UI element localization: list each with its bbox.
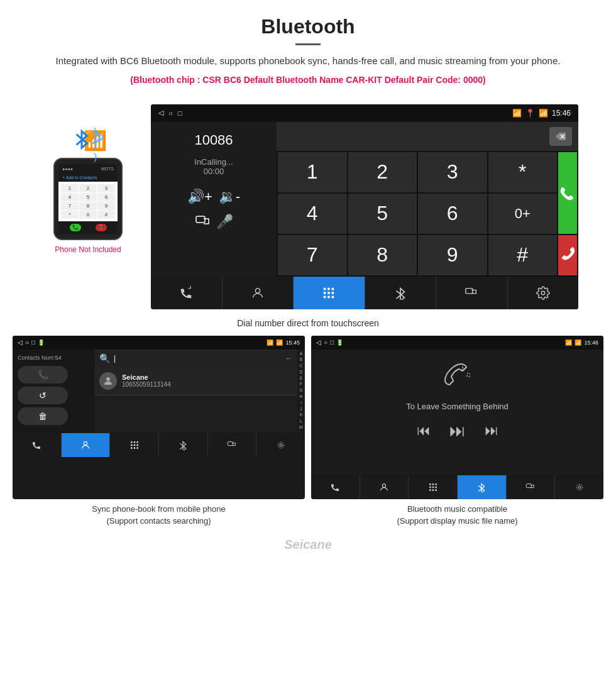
next-track-btn-center[interactable]: ⏭ <box>449 421 466 441</box>
bt-waves-svg <box>89 126 106 148</box>
svg-rect-22 <box>136 441 138 443</box>
svg-point-30 <box>280 444 282 446</box>
skip-btn[interactable]: ⏭ <box>485 422 498 439</box>
wave-arc-3: ) <box>94 152 97 162</box>
svg-point-19 <box>84 441 87 444</box>
call-end-button[interactable] <box>558 235 577 275</box>
volume-down-btn[interactable]: 🔉- <box>219 189 240 205</box>
contact-delete-btn[interactable]: 🗑 <box>18 407 68 425</box>
nav-settings[interactable] <box>508 277 579 309</box>
phone-mock-key-hash[interactable]: # <box>97 211 115 219</box>
alpha-h[interactable]: H <box>299 394 302 400</box>
key-2[interactable]: 2 <box>348 152 417 192</box>
key-4[interactable]: 4 <box>278 194 347 234</box>
back-icon: ◁ <box>158 109 163 117</box>
key-7[interactable]: 7 <box>278 235 347 275</box>
phone-mock-key-8[interactable]: 8 <box>79 202 97 210</box>
phone-mock-key-4[interactable]: 4 <box>61 193 79 201</box>
prev-track-btn[interactable]: ⏮ <box>417 422 431 439</box>
music-nav-transfer[interactable] <box>507 475 556 499</box>
music-nav-bt[interactable] <box>458 475 507 499</box>
phone-mock-key-5[interactable]: 5 <box>79 193 97 201</box>
key-0plus[interactable]: 0+ <box>488 194 558 234</box>
alpha-f[interactable]: F <box>300 381 302 387</box>
nav-dialpad[interactable] <box>294 277 365 309</box>
key-5[interactable]: 5 <box>348 194 417 234</box>
nav-phone-transfer[interactable] <box>436 277 508 309</box>
music-nav-calls[interactable] <box>311 475 360 499</box>
page-header: Bluetooth Integrated with BC6 Bluetooth … <box>0 0 616 98</box>
alpha-d[interactable]: D <box>299 369 302 375</box>
contacts-status-right: 📶 📶 15:45 <box>267 339 300 346</box>
contacts-nav-bt[interactable] <box>159 433 208 457</box>
contact-number: 10655059113144 <box>122 381 171 388</box>
alpha-m[interactable]: M <box>299 424 303 431</box>
alpha-b[interactable]: B <box>300 356 303 363</box>
key-1[interactable]: 1 <box>278 152 347 192</box>
key-8[interactable]: 8 <box>348 235 417 275</box>
numpad-area: 1 2 3 * 4 5 6 0+ 7 8 9 # <box>277 122 578 277</box>
contacts-search-backspace[interactable]: ← <box>285 355 292 362</box>
phone-not-included-label: Phone Not Included <box>55 245 121 254</box>
phone-mock-key-3[interactable]: 3 <box>97 184 115 192</box>
contact-call-btn[interactable]: 📞 <box>18 366 68 383</box>
phone-mock-key-0[interactable]: 0 <box>79 211 97 219</box>
header-specs: (Bluetooth chip : CSR BC6 Default Blueto… <box>13 74 603 87</box>
phone-mock-key-1[interactable]: 1 <box>61 184 79 192</box>
alpha-k[interactable]: K <box>300 412 303 418</box>
alpha-j[interactable]: J <box>300 406 302 412</box>
status-bar-left: ◁ ○ □ <box>158 109 182 117</box>
key-3[interactable]: 3 <box>418 152 487 192</box>
contacts-recents-icon: □ <box>31 339 35 346</box>
alpha-e[interactable]: E <box>300 375 303 382</box>
key-star[interactable]: * <box>488 152 558 192</box>
phone-mock-key-6[interactable]: 6 <box>97 193 115 201</box>
phone-mock-key-7[interactable]: 7 <box>61 202 79 210</box>
phone-mock-key-9[interactable]: 9 <box>97 202 115 210</box>
alpha-g[interactable]: G <box>299 387 302 394</box>
svg-rect-25 <box>136 444 138 446</box>
key-6[interactable]: 6 <box>418 194 487 234</box>
music-icon-area: ♪ ♫ <box>440 360 475 394</box>
contacts-nav-calls[interactable] <box>13 433 62 457</box>
contacts-nav-settings[interactable] <box>256 433 305 457</box>
alpha-l[interactable]: L <box>300 418 302 424</box>
contacts-status-left: ◁ ○ □ 🔋 <box>18 339 45 346</box>
contact-list-item[interactable]: Seicane 10655059113144 <box>94 367 297 395</box>
phone-mock-key-star[interactable]: * <box>61 211 79 219</box>
svg-point-45 <box>578 486 581 488</box>
music-home-icon: ○ <box>324 339 327 346</box>
status-bar-right: 📶 📍 📶 15:46 <box>512 109 571 118</box>
transfer-btn[interactable] <box>195 214 210 233</box>
phone-mock-key-2[interactable]: 2 <box>79 184 97 192</box>
nav-contacts[interactable] <box>223 277 294 309</box>
svg-rect-9 <box>332 287 334 290</box>
volume-up-btn[interactable]: 🔊+ <box>187 189 212 205</box>
phone-mock-call-btn[interactable]: 📞 <box>70 224 81 231</box>
key-9[interactable]: 9 <box>418 235 487 275</box>
contacts-search-input[interactable] <box>114 354 282 363</box>
contacts-back-icon: ◁ <box>18 339 23 346</box>
contacts-nav-contacts[interactable] <box>62 433 111 457</box>
key-hash[interactable]: # <box>488 235 558 275</box>
music-bottom-nav <box>311 475 603 499</box>
mic-btn[interactable]: 🎤 <box>216 214 233 233</box>
contacts-time: 15:45 <box>285 339 300 346</box>
nav-bluetooth[interactable] <box>365 277 437 309</box>
nav-calls[interactable] <box>151 277 223 309</box>
backspace-button[interactable] <box>549 127 572 146</box>
svg-text:♪: ♪ <box>460 363 465 373</box>
music-nav-dialpad[interactable] <box>409 475 458 499</box>
svg-rect-15 <box>332 295 334 298</box>
contacts-nav-dialpad[interactable] <box>110 433 159 457</box>
music-nav-settings[interactable] <box>555 475 603 499</box>
alpha-a[interactable]: A <box>300 351 303 357</box>
call-accept-button[interactable] <box>558 152 577 234</box>
phone-mock-end-btn[interactable]: 📵 <box>96 224 107 231</box>
contacts-nav-transfer[interactable] <box>208 433 257 457</box>
svg-point-46 <box>576 484 582 490</box>
music-nav-contacts[interactable] <box>360 475 409 499</box>
contact-refresh-btn[interactable]: ↺ <box>18 387 68 404</box>
alpha-i[interactable]: I <box>300 400 302 406</box>
alpha-c[interactable]: C <box>299 363 302 369</box>
